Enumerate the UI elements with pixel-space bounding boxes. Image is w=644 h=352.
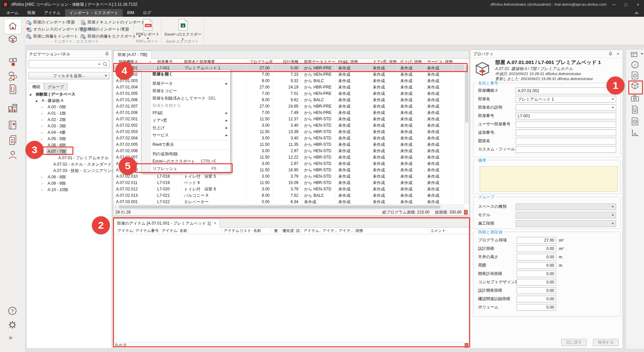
reports-icon[interactable] xyxy=(7,135,18,145)
context-menu-item[interactable]: 部屋をコピー xyxy=(141,87,230,95)
import-functions-button[interactable]: 機能のインポート/更新 xyxy=(80,26,145,33)
room-list-tab[interactable]: 部屋 [A.07 - 7階] xyxy=(113,51,152,59)
history-log-icon[interactable] xyxy=(631,117,639,126)
info-icon[interactable]: i xyxy=(631,60,639,69)
table-row[interactable]: A.07.03.001 L7-022 エレベーター 0.00 6.34 未作成 … xyxy=(113,199,464,204)
nav-tab[interactable]: グループ xyxy=(44,83,68,90)
tree-item[interactable]: A.08 - 8階 xyxy=(26,174,112,180)
tree-item[interactable]: A.09 - 9階 xyxy=(26,180,112,187)
notes-textarea[interactable] xyxy=(480,166,618,192)
scroll-left-icon[interactable]: ‹ xyxy=(113,205,118,209)
menu-item[interactable]: ホーム xyxy=(2,9,23,17)
field-input[interactable]: 0.00 xyxy=(517,296,556,302)
tree-item[interactable]: A.02 - 2階 xyxy=(26,117,112,123)
context-menu-item[interactable]: ドア+窓 xyxy=(141,117,230,124)
context-menu-item[interactable]: 部屋を再開する xyxy=(141,102,230,109)
tree-expander-icon[interactable] xyxy=(41,123,46,129)
nav-tab[interactable]: 機能 xyxy=(28,83,44,90)
search-icon[interactable] xyxy=(103,62,108,67)
context-menu-item[interactable]: 列の追加/削除 xyxy=(141,150,230,158)
horizontal-scrollbar[interactable]: ‹ xyxy=(113,204,464,209)
room-data-icon[interactable] xyxy=(631,71,639,80)
menu-item[interactable]: インポート・エクスポート xyxy=(65,9,123,17)
field-input[interactable]: 0.00 xyxy=(517,262,556,269)
area-measurements-icon[interactable] xyxy=(631,129,639,137)
field-dropdown[interactable] xyxy=(516,203,616,210)
field-input[interactable]: 0.00 xyxy=(517,287,556,294)
pin-icon[interactable] xyxy=(608,52,612,56)
field-input[interactable]: 27.00 xyxy=(517,237,556,244)
menu-item[interactable]: ログ xyxy=(139,9,156,17)
table-row[interactable]: A.07.02.013 L7-021 バルコニー X 8.00 7.52 から … xyxy=(113,192,464,199)
chevron-down-icon[interactable] xyxy=(611,206,614,209)
field-input[interactable] xyxy=(516,138,616,144)
tree-item[interactable]: A.07.02 - ホテル・スタンダード xyxy=(26,161,112,168)
search-input[interactable] xyxy=(28,60,110,68)
field-input[interactable]: 0.00 xyxy=(517,304,556,311)
close-icon[interactable]: × xyxy=(617,50,619,58)
chevron-down-icon[interactable] xyxy=(611,107,614,110)
import-rooms-button[interactable]: 部屋のインポート/更新 xyxy=(26,19,87,26)
logbook-icon[interactable] xyxy=(7,120,18,130)
pin-icon[interactable] xyxy=(105,52,109,56)
field-dropdown[interactable] xyxy=(516,220,616,227)
field-input[interactable]: L7-001 xyxy=(516,113,616,119)
field-input[interactable]: 0.00 xyxy=(517,279,556,286)
menu-item[interactable]: アイテム xyxy=(40,9,65,17)
contacts-icon[interactable] xyxy=(7,150,18,160)
table-row[interactable]: A.07.02.012 L7-020 トイレ付 浴室 6 3.00 3.79 か… xyxy=(113,186,464,192)
field-input[interactable] xyxy=(516,129,616,136)
camera-icon[interactable] xyxy=(631,94,639,103)
field-input[interactable]: 0.00 xyxy=(517,245,556,252)
menu-item[interactable]: BIM xyxy=(123,9,138,17)
tree-item[interactable]: A.01 - 1階 xyxy=(26,110,112,117)
tree-item[interactable]: A.00 - 0階 xyxy=(26,104,112,110)
table-row[interactable]: A.07.02.010 L7-018 トイレ付 浴室 5 3.00 3.79 か… xyxy=(113,173,464,180)
tree-item[interactable]: A.10 - 10階 xyxy=(26,187,112,193)
settings-gear-icon[interactable] xyxy=(7,320,18,331)
menu-item[interactable]: 部屋 xyxy=(23,9,40,17)
attachments-icon[interactable] xyxy=(7,84,18,95)
chevron-down-icon[interactable] xyxy=(611,215,614,217)
tree-expander-icon[interactable] xyxy=(35,98,40,104)
tree-expander-icon[interactable] xyxy=(41,180,46,187)
close-button[interactable]: × xyxy=(632,0,644,9)
field-input[interactable] xyxy=(516,104,616,111)
import-room-documents-button[interactable]: 部屋ドキュメントのインポート xyxy=(80,19,145,26)
layout-selector-icon[interactable] xyxy=(631,51,639,59)
context-menu-item[interactable]: Revitで表示 xyxy=(141,141,230,148)
tree-item[interactable]: A.07.03 - 技術・エンジニアリング xyxy=(26,168,112,174)
add-filter-button[interactable]: フィルタを追加... xyxy=(28,72,110,79)
context-menu-item[interactable]: 部屋データ xyxy=(141,80,230,87)
save-button[interactable]: 保存する xyxy=(593,339,619,346)
tree-expander-icon[interactable] xyxy=(41,187,46,193)
tree-expander-icon[interactable] xyxy=(41,129,46,136)
tree-item[interactable]: A.04 - 4愛 xyxy=(26,129,112,136)
tree-expander-icon[interactable] xyxy=(41,174,46,180)
tree-expander-icon[interactable] xyxy=(41,104,46,110)
undo-button[interactable]: 元に戻す xyxy=(561,339,587,346)
home-module-button[interactable] xyxy=(4,19,21,34)
context-menu-item[interactable]: 仕上げ xyxy=(141,124,230,131)
context-menu-item[interactable]: 部屋を削除済みとしてマーク DEL xyxy=(141,95,230,102)
report-icon[interactable] xyxy=(464,210,468,215)
tree-item[interactable]: A - 建築物 A xyxy=(26,98,112,104)
buildings-icon[interactable] xyxy=(7,103,18,113)
objects-icon[interactable] xyxy=(7,57,18,67)
chevron-down-icon[interactable] xyxy=(98,64,101,66)
context-menu-item[interactable]: FF&E xyxy=(141,109,230,117)
import-occurrences-button[interactable]: オカレンスのインポート/更新 xyxy=(26,26,87,33)
tree-expander-icon[interactable] xyxy=(41,136,46,142)
bim-model-icon[interactable] xyxy=(7,34,18,45)
tree-expander-icon[interactable] xyxy=(29,91,34,98)
collapse-ribbon-icon[interactable] xyxy=(635,11,639,15)
tree-expander-icon[interactable] xyxy=(41,110,46,117)
tree-item[interactable]: A.03 - 3階 xyxy=(26,123,112,129)
field-input[interactable]: 0.00 xyxy=(517,271,556,277)
vertical-scrollbar[interactable] xyxy=(464,65,469,204)
context-menu-item[interactable]: サービス xyxy=(141,131,230,139)
table-row[interactable]: A.07.02.011 L7-019 ベッド 6 11.50 15.09 から … xyxy=(113,180,464,186)
tree-item[interactable]: 体験版 | データベース xyxy=(26,91,112,98)
field-dropdown[interactable] xyxy=(516,212,616,219)
chevron-down-icon[interactable] xyxy=(611,99,614,101)
